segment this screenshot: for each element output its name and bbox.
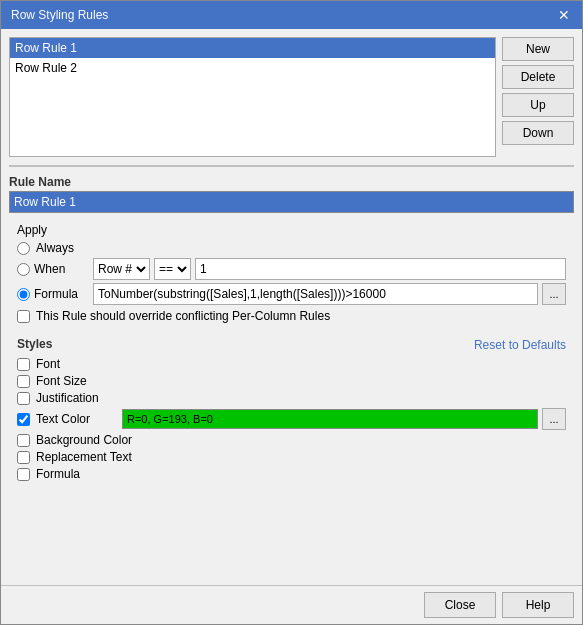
- style-row-font-size: Font Size: [17, 374, 566, 388]
- close-button[interactable]: Close: [424, 592, 496, 618]
- rule-name-label: Rule Name: [9, 175, 574, 189]
- style-row-formula: Formula: [17, 467, 566, 481]
- style-replacement-label: Replacement Text: [36, 450, 132, 464]
- when-row: When Row # ==: [17, 258, 566, 280]
- close-icon[interactable]: ✕: [556, 8, 572, 22]
- footer-buttons: Close Help: [1, 585, 582, 624]
- top-section: Row Rule 1 Row Rule 2 New Delete Up Down: [9, 37, 574, 157]
- formula-row: Formula ...: [17, 283, 566, 305]
- style-row-replacement-text: Replacement Text: [17, 450, 566, 464]
- help-button[interactable]: Help: [502, 592, 574, 618]
- rules-list[interactable]: Row Rule 1 Row Rule 2: [9, 37, 496, 157]
- apply-section: Apply Always When Row # == Formula: [9, 219, 574, 327]
- style-fontsize-checkbox[interactable]: [17, 375, 30, 388]
- formula-input[interactable]: [93, 283, 538, 305]
- style-formula-checkbox[interactable]: [17, 468, 30, 481]
- list-item[interactable]: Row Rule 2: [10, 58, 495, 78]
- style-bgcolor-checkbox[interactable]: [17, 434, 30, 447]
- text-color-browse-button[interactable]: ...: [542, 408, 566, 430]
- style-replacement-checkbox[interactable]: [17, 451, 30, 464]
- style-justification-checkbox[interactable]: [17, 392, 30, 405]
- when-radio[interactable]: [17, 263, 30, 276]
- color-bar-container: R=0, G=193, B=0 ...: [122, 408, 566, 430]
- dialog-content: Row Rule 1 Row Rule 2 New Delete Up Down…: [1, 29, 582, 585]
- style-formula-label: Formula: [36, 467, 116, 481]
- style-textcolor-label: Text Color: [36, 412, 116, 426]
- down-button[interactable]: Down: [502, 121, 574, 145]
- style-font-checkbox[interactable]: [17, 358, 30, 371]
- rule-name-input[interactable]: [9, 191, 574, 213]
- when-dropdown[interactable]: Row #: [93, 258, 150, 280]
- style-justification-label: Justification: [36, 391, 116, 405]
- always-radio[interactable]: [17, 242, 30, 255]
- formula-radio[interactable]: [17, 288, 30, 301]
- new-button[interactable]: New: [502, 37, 574, 61]
- override-checkbox[interactable]: [17, 310, 30, 323]
- when-label: When: [34, 262, 89, 276]
- style-bgcolor-label: Background Color: [36, 433, 132, 447]
- color-bar-value: R=0, G=193, B=0: [127, 413, 213, 425]
- styles-section: Styles Reset to Defaults Font Font Size …: [9, 333, 574, 488]
- always-label: Always: [36, 241, 74, 255]
- title-bar: Row Styling Rules ✕: [1, 1, 582, 29]
- side-buttons: New Delete Up Down: [502, 37, 574, 157]
- separator: [9, 165, 574, 167]
- always-row: Always: [17, 241, 566, 255]
- when-operator[interactable]: ==: [154, 258, 191, 280]
- formula-browse-button[interactable]: ...: [542, 283, 566, 305]
- dialog-title: Row Styling Rules: [11, 8, 108, 22]
- dialog: Row Styling Rules ✕ Row Rule 1 Row Rule …: [0, 0, 583, 625]
- style-textcolor-checkbox[interactable]: [17, 413, 30, 426]
- rule-name-section: Rule Name: [9, 175, 574, 213]
- delete-button[interactable]: Delete: [502, 65, 574, 89]
- when-value-input[interactable]: [195, 258, 566, 280]
- text-color-bar[interactable]: R=0, G=193, B=0: [122, 409, 538, 429]
- style-row-justification: Justification: [17, 391, 566, 405]
- list-item[interactable]: Row Rule 1: [10, 38, 495, 58]
- reset-defaults-link[interactable]: Reset to Defaults: [474, 338, 566, 352]
- style-row-font: Font: [17, 357, 566, 371]
- apply-label: Apply: [17, 223, 566, 237]
- style-fontsize-label: Font Size: [36, 374, 116, 388]
- formula-label-text: Formula: [34, 287, 89, 301]
- style-row-text-color: Text Color R=0, G=193, B=0 ...: [17, 408, 566, 430]
- override-label: This Rule should override conflicting Pe…: [36, 309, 330, 323]
- style-font-label: Font: [36, 357, 116, 371]
- override-row: This Rule should override conflicting Pe…: [17, 309, 566, 323]
- styles-header: Styles Reset to Defaults: [17, 337, 566, 353]
- styles-label: Styles: [17, 337, 52, 351]
- style-row-bg-color: Background Color: [17, 433, 566, 447]
- up-button[interactable]: Up: [502, 93, 574, 117]
